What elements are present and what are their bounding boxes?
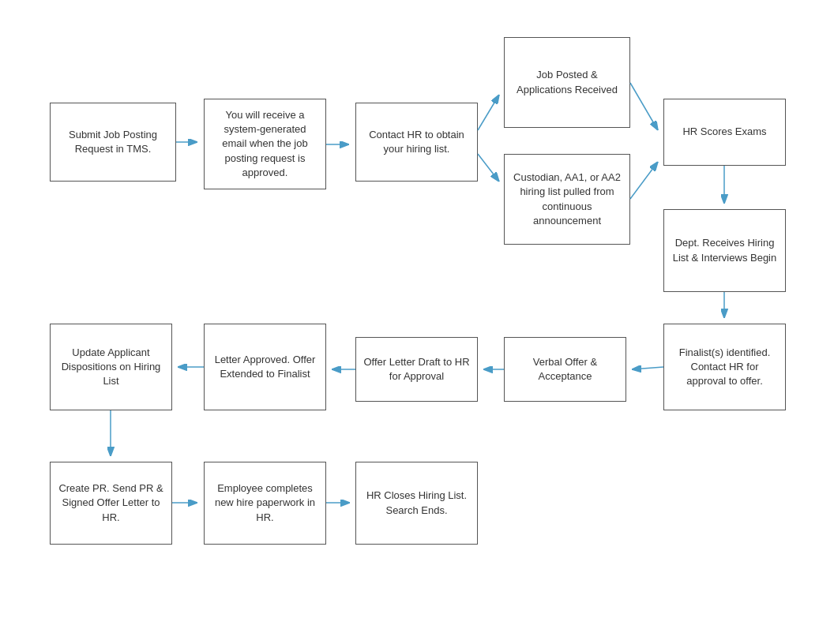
contact-hr-box: Contact HR to obtain your hiring list. bbox=[355, 103, 478, 182]
system-email-box: You will receive a system-generated emai… bbox=[204, 99, 326, 189]
hr-scores-box: HR Scores Exams bbox=[663, 99, 786, 166]
dept-receives-label: Dept. Receives Hiring List & Interviews … bbox=[671, 236, 779, 264]
arrow-contact-to-jobposted bbox=[478, 95, 499, 130]
letter-approved-label: Letter Approved. Offer Extended to Final… bbox=[211, 353, 319, 381]
hr-scores-label: HR Scores Exams bbox=[682, 125, 766, 139]
create-pr-box: Create PR. Send PR & Signed Offer Letter… bbox=[50, 462, 172, 545]
offer-letter-draft-label: Offer Letter Draft to HR for Approval bbox=[363, 355, 471, 384]
hr-closes-box: HR Closes Hiring List. Search Ends. bbox=[355, 462, 478, 545]
update-applicant-box: Update Applicant Dispositions on Hiring … bbox=[50, 324, 172, 410]
arrow-custodian-to-hrscores bbox=[630, 162, 658, 199]
arrow-finalists-to-verbal bbox=[632, 367, 663, 369]
job-posted-box: Job Posted & Applications Received bbox=[504, 37, 630, 128]
employee-completes-label: Employee completes new hire paperwork in… bbox=[211, 481, 319, 525]
update-applicant-label: Update Applicant Dispositions on Hiring … bbox=[57, 346, 165, 389]
create-pr-label: Create PR. Send PR & Signed Offer Letter… bbox=[57, 481, 165, 525]
submit-job-label: Submit Job Posting Request in TMS. bbox=[57, 128, 169, 156]
arrow-jobposted-to-hrscores bbox=[630, 83, 658, 130]
letter-approved-box: Letter Approved. Offer Extended to Final… bbox=[204, 324, 326, 410]
contact-hr-label: Contact HR to obtain your hiring list. bbox=[363, 128, 471, 156]
custodian-label: Custodian, AA1, or AA2 hiring list pulle… bbox=[511, 170, 623, 228]
submit-job-box: Submit Job Posting Request in TMS. bbox=[50, 103, 176, 182]
finalists-box: Finalist(s) identified. Contact HR for a… bbox=[663, 324, 786, 410]
offer-letter-draft-box: Offer Letter Draft to HR for Approval bbox=[355, 337, 478, 402]
employee-completes-box: Employee completes new hire paperwork in… bbox=[204, 462, 326, 545]
arrows-svg bbox=[0, 0, 834, 644]
job-posted-label: Job Posted & Applications Received bbox=[511, 68, 623, 96]
dept-receives-box: Dept. Receives Hiring List & Interviews … bbox=[663, 209, 786, 292]
flowchart: Submit Job Posting Request in TMS. You w… bbox=[0, 0, 834, 644]
hr-closes-label: HR Closes Hiring List. Search Ends. bbox=[363, 489, 471, 517]
verbal-offer-label: Verbal Offer & Acceptance bbox=[511, 355, 619, 384]
custodian-box: Custodian, AA1, or AA2 hiring list pulle… bbox=[504, 154, 630, 245]
finalists-label: Finalist(s) identified. Contact HR for a… bbox=[671, 346, 779, 389]
verbal-offer-box: Verbal Offer & Acceptance bbox=[504, 337, 626, 402]
arrow-contact-to-custodian bbox=[478, 154, 499, 182]
system-email-label: You will receive a system-generated emai… bbox=[211, 108, 319, 180]
